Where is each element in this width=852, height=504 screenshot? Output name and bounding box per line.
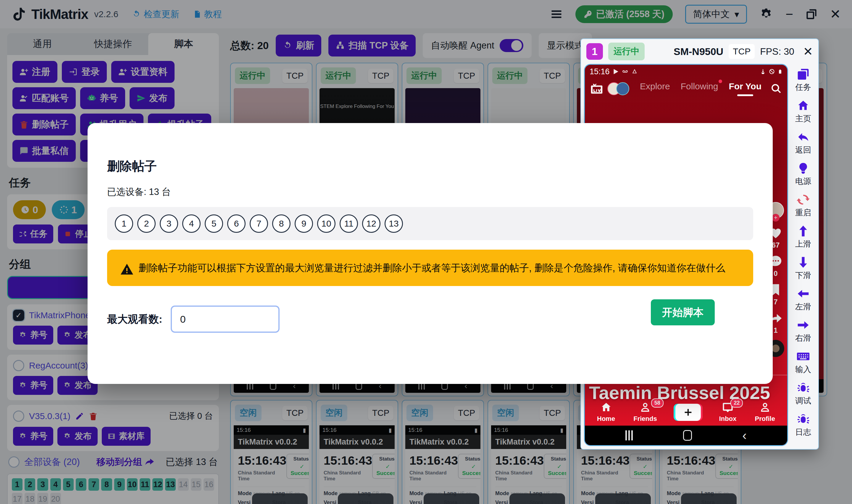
max-views-input[interactable] [171,306,279,333]
device-chip-5[interactable]: 5 [205,214,223,233]
mirror-close-button[interactable]: ✕ [803,45,813,58]
plus-icon [683,407,693,417]
keyboard-icon [797,350,810,363]
control-日志[interactable]: 日志 [788,409,818,441]
mirror-header: 1 运行中 SM-N950U TCP FPS: 30 ✕ [581,39,818,64]
home-button[interactable] [683,430,692,441]
phone-clock: 15:16 [590,67,610,76]
device-chip-2[interactable]: 2 [137,214,156,233]
back-icon [797,130,810,143]
control-左滑[interactable]: 左滑 [788,284,818,315]
device-chip-8[interactable]: 8 [272,214,290,233]
bug-icon [797,413,810,426]
avatar [616,82,629,95]
device-index-badge: 1 [586,43,603,60]
rotate-icon [797,193,810,206]
arrow-right-icon [797,319,810,331]
usb-icon [760,69,766,74]
notification-icon [632,69,637,74]
selected-devices-label: 已选设备: 13 台 [107,186,753,198]
back-button[interactable]: ‹ [742,428,747,443]
nav-badge: 22 [730,398,743,408]
selected-device-chips: 12345678910111213 [107,207,753,240]
feed-tab-Explore[interactable]: Explore [640,81,670,91]
rail-count: 7 [774,298,777,306]
recents-button[interactable] [626,430,633,440]
live-avatars[interactable] [608,82,629,95]
device-chip-7[interactable]: 7 [250,214,268,233]
nav-Home[interactable]: Home [597,401,615,423]
device-chip-9[interactable]: 9 [295,214,313,233]
tiktok-top-bar: ExploreFollowingFor You [585,81,787,96]
device-chip-4[interactable]: 4 [182,214,201,233]
delete-posts-modal: 删除帖子 已选设备: 13 台 12345678910111213 删除帖子功能… [88,123,773,384]
mirror-fps: FPS: 30 [760,46,794,57]
voicemail-icon [621,69,629,74]
play-icon [613,69,619,74]
mirror-control-strip: 任务主页返回电源重启上滑下滑左滑右滑输入调试日志 [788,64,818,446]
control-下滑[interactable]: 下滑 [788,253,818,284]
notification-dot [719,79,722,83]
arrow-down-icon [797,256,810,269]
search-icon[interactable] [771,83,782,94]
warning-icon [120,263,134,276]
control-上滑[interactable]: 上滑 [788,221,818,253]
live-icon[interactable] [590,82,603,95]
max-views-label: 最大观看数: [107,312,162,326]
tiktok-feed-tabs: ExploreFollowingFor You [640,81,761,96]
warning-text: 删除帖子功能可以根据下方设置的最大浏览量进行过滤并删除小于或者等于该浏览量的帖子… [139,262,725,273]
nav-badge: 58 [651,398,664,408]
device-chip-6[interactable]: 6 [227,214,246,233]
android-nav-bar: ‹ [585,426,787,445]
home-icon [797,99,810,112]
bug-icon [797,381,810,394]
home-icon [600,401,612,413]
person-icon [759,401,771,413]
nav-Friends[interactable]: 58Friends [633,401,657,423]
person-icon [639,401,651,413]
control-右滑[interactable]: 右滑 [788,315,818,347]
device-chip-12[interactable]: 12 [362,214,380,233]
modal-title: 删除帖子 [107,158,753,175]
control-调试[interactable]: 调试 [788,378,818,409]
arrow-up-icon [797,224,810,237]
start-script-button[interactable]: 开始脚本 [651,299,715,325]
nav-Inbox[interactable]: 22Inbox [719,401,737,423]
control-任务[interactable]: 任务 [788,65,818,96]
follow-plus-badge: + [772,214,780,221]
warning-box: 删除帖子功能可以根据下方设置的最大浏览量进行过滤并删除小于或者等于该浏览量的帖子… [107,250,753,286]
mirror-conn-chip: TCP [729,44,755,59]
control-返回[interactable]: 返回 [788,127,818,159]
mirror-status-badge: 运行中 [608,42,645,60]
device-chip-3[interactable]: 3 [160,214,178,233]
device-chip-13[interactable]: 13 [385,214,403,233]
tiktok-bottom-nav: Home58Friends22InboxProfile [585,393,787,426]
phone-status-bar: 15:16 [585,65,787,78]
arrow-left-icon [797,287,810,300]
control-输入[interactable]: 输入 [788,347,818,378]
mirror-device-name: SM-N950U [674,46,723,57]
device-chip-1[interactable]: 1 [115,214,133,233]
feed-tab-Following[interactable]: Following [681,81,718,91]
rail-count: 0 [774,269,777,278]
bulb-icon [797,162,810,175]
nav-Profile[interactable]: Profile [755,401,775,423]
device-chip-10[interactable]: 10 [317,214,336,233]
feed-tab-For You[interactable]: For You [729,81,761,96]
battery-icon [778,68,782,75]
nav-create-button[interactable] [675,404,701,423]
rail-count: 67 [772,241,780,249]
block-icon [769,69,775,74]
control-电源[interactable]: 电源 [788,159,818,190]
rail-count: 1 [774,326,777,335]
copy-icon [797,68,810,81]
device-chip-11[interactable]: 11 [340,214,358,233]
control-重启[interactable]: 重启 [788,190,818,221]
control-主页[interactable]: 主页 [788,96,818,127]
